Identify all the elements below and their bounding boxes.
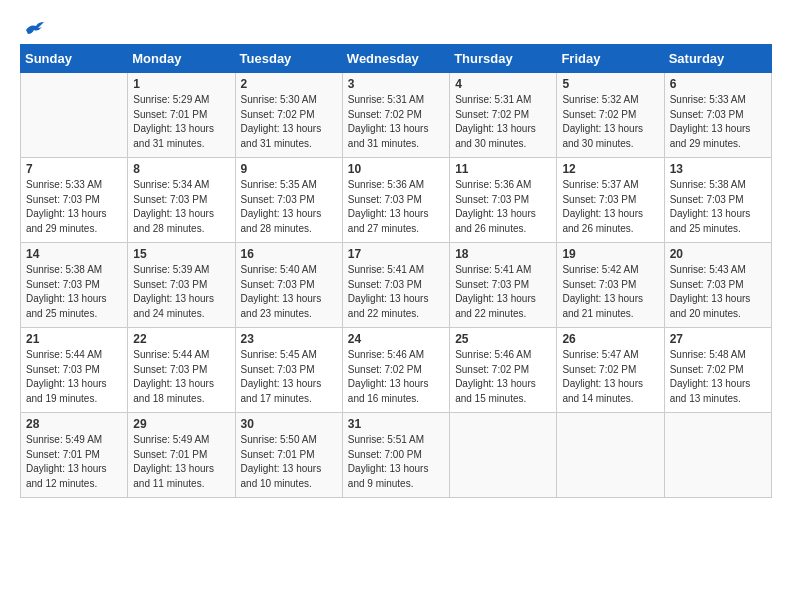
day-cell: 20Sunrise: 5:43 AMSunset: 7:03 PMDayligh… [664,243,771,328]
day-number: 8 [133,162,229,176]
day-info: Sunrise: 5:38 AMSunset: 7:03 PMDaylight:… [670,178,766,236]
day-cell: 8Sunrise: 5:34 AMSunset: 7:03 PMDaylight… [128,158,235,243]
day-cell [450,413,557,498]
day-number: 6 [670,77,766,91]
day-number: 1 [133,77,229,91]
day-cell: 5Sunrise: 5:32 AMSunset: 7:02 PMDaylight… [557,73,664,158]
day-number: 17 [348,247,444,261]
day-number: 31 [348,417,444,431]
day-number: 5 [562,77,658,91]
day-number: 22 [133,332,229,346]
day-info: Sunrise: 5:37 AMSunset: 7:03 PMDaylight:… [562,178,658,236]
day-info: Sunrise: 5:43 AMSunset: 7:03 PMDaylight:… [670,263,766,321]
day-cell: 22Sunrise: 5:44 AMSunset: 7:03 PMDayligh… [128,328,235,413]
day-info: Sunrise: 5:41 AMSunset: 7:03 PMDaylight:… [348,263,444,321]
day-info: Sunrise: 5:47 AMSunset: 7:02 PMDaylight:… [562,348,658,406]
day-info: Sunrise: 5:33 AMSunset: 7:03 PMDaylight:… [26,178,122,236]
day-info: Sunrise: 5:46 AMSunset: 7:02 PMDaylight:… [348,348,444,406]
day-cell: 7Sunrise: 5:33 AMSunset: 7:03 PMDaylight… [21,158,128,243]
day-info: Sunrise: 5:36 AMSunset: 7:03 PMDaylight:… [455,178,551,236]
day-number: 2 [241,77,337,91]
day-cell: 1Sunrise: 5:29 AMSunset: 7:01 PMDaylight… [128,73,235,158]
logo [20,20,46,34]
day-info: Sunrise: 5:48 AMSunset: 7:02 PMDaylight:… [670,348,766,406]
week-row-5: 28Sunrise: 5:49 AMSunset: 7:01 PMDayligh… [21,413,772,498]
day-cell: 2Sunrise: 5:30 AMSunset: 7:02 PMDaylight… [235,73,342,158]
day-cell: 21Sunrise: 5:44 AMSunset: 7:03 PMDayligh… [21,328,128,413]
day-cell: 24Sunrise: 5:46 AMSunset: 7:02 PMDayligh… [342,328,449,413]
day-info: Sunrise: 5:41 AMSunset: 7:03 PMDaylight:… [455,263,551,321]
day-number: 20 [670,247,766,261]
header-cell-saturday: Saturday [664,45,771,73]
header-cell-friday: Friday [557,45,664,73]
day-number: 23 [241,332,337,346]
day-info: Sunrise: 5:40 AMSunset: 7:03 PMDaylight:… [241,263,337,321]
day-number: 28 [26,417,122,431]
header-cell-thursday: Thursday [450,45,557,73]
day-info: Sunrise: 5:33 AMSunset: 7:03 PMDaylight:… [670,93,766,151]
day-number: 15 [133,247,229,261]
day-number: 4 [455,77,551,91]
header-cell-monday: Monday [128,45,235,73]
day-number: 19 [562,247,658,261]
day-cell: 31Sunrise: 5:51 AMSunset: 7:00 PMDayligh… [342,413,449,498]
day-info: Sunrise: 5:38 AMSunset: 7:03 PMDaylight:… [26,263,122,321]
week-row-1: 1Sunrise: 5:29 AMSunset: 7:01 PMDaylight… [21,73,772,158]
day-cell: 19Sunrise: 5:42 AMSunset: 7:03 PMDayligh… [557,243,664,328]
day-number: 7 [26,162,122,176]
day-number: 26 [562,332,658,346]
day-cell: 26Sunrise: 5:47 AMSunset: 7:02 PMDayligh… [557,328,664,413]
day-info: Sunrise: 5:31 AMSunset: 7:02 PMDaylight:… [455,93,551,151]
day-cell: 4Sunrise: 5:31 AMSunset: 7:02 PMDaylight… [450,73,557,158]
day-number: 21 [26,332,122,346]
day-number: 25 [455,332,551,346]
day-info: Sunrise: 5:30 AMSunset: 7:02 PMDaylight:… [241,93,337,151]
day-number: 29 [133,417,229,431]
day-info: Sunrise: 5:36 AMSunset: 7:03 PMDaylight:… [348,178,444,236]
day-cell: 23Sunrise: 5:45 AMSunset: 7:03 PMDayligh… [235,328,342,413]
day-cell: 6Sunrise: 5:33 AMSunset: 7:03 PMDaylight… [664,73,771,158]
day-info: Sunrise: 5:45 AMSunset: 7:03 PMDaylight:… [241,348,337,406]
header-cell-sunday: Sunday [21,45,128,73]
header-cell-wednesday: Wednesday [342,45,449,73]
week-row-4: 21Sunrise: 5:44 AMSunset: 7:03 PMDayligh… [21,328,772,413]
day-info: Sunrise: 5:31 AMSunset: 7:02 PMDaylight:… [348,93,444,151]
day-number: 27 [670,332,766,346]
logo-bird-icon [24,20,46,38]
day-info: Sunrise: 5:44 AMSunset: 7:03 PMDaylight:… [26,348,122,406]
day-info: Sunrise: 5:34 AMSunset: 7:03 PMDaylight:… [133,178,229,236]
day-cell: 16Sunrise: 5:40 AMSunset: 7:03 PMDayligh… [235,243,342,328]
day-cell: 25Sunrise: 5:46 AMSunset: 7:02 PMDayligh… [450,328,557,413]
day-cell: 11Sunrise: 5:36 AMSunset: 7:03 PMDayligh… [450,158,557,243]
calendar-table: SundayMondayTuesdayWednesdayThursdayFrid… [20,44,772,498]
week-row-3: 14Sunrise: 5:38 AMSunset: 7:03 PMDayligh… [21,243,772,328]
day-cell: 17Sunrise: 5:41 AMSunset: 7:03 PMDayligh… [342,243,449,328]
day-cell: 14Sunrise: 5:38 AMSunset: 7:03 PMDayligh… [21,243,128,328]
day-cell: 3Sunrise: 5:31 AMSunset: 7:02 PMDaylight… [342,73,449,158]
day-cell [21,73,128,158]
day-cell [557,413,664,498]
day-info: Sunrise: 5:50 AMSunset: 7:01 PMDaylight:… [241,433,337,491]
day-number: 12 [562,162,658,176]
day-number: 10 [348,162,444,176]
day-info: Sunrise: 5:44 AMSunset: 7:03 PMDaylight:… [133,348,229,406]
header-cell-tuesday: Tuesday [235,45,342,73]
day-number: 14 [26,247,122,261]
header-row: SundayMondayTuesdayWednesdayThursdayFrid… [21,45,772,73]
day-cell: 18Sunrise: 5:41 AMSunset: 7:03 PMDayligh… [450,243,557,328]
day-number: 24 [348,332,444,346]
day-cell: 9Sunrise: 5:35 AMSunset: 7:03 PMDaylight… [235,158,342,243]
day-info: Sunrise: 5:51 AMSunset: 7:00 PMDaylight:… [348,433,444,491]
day-cell: 13Sunrise: 5:38 AMSunset: 7:03 PMDayligh… [664,158,771,243]
day-info: Sunrise: 5:29 AMSunset: 7:01 PMDaylight:… [133,93,229,151]
day-info: Sunrise: 5:49 AMSunset: 7:01 PMDaylight:… [133,433,229,491]
day-cell [664,413,771,498]
day-cell: 28Sunrise: 5:49 AMSunset: 7:01 PMDayligh… [21,413,128,498]
day-info: Sunrise: 5:35 AMSunset: 7:03 PMDaylight:… [241,178,337,236]
day-cell: 10Sunrise: 5:36 AMSunset: 7:03 PMDayligh… [342,158,449,243]
day-number: 30 [241,417,337,431]
day-number: 3 [348,77,444,91]
day-cell: 12Sunrise: 5:37 AMSunset: 7:03 PMDayligh… [557,158,664,243]
day-number: 9 [241,162,337,176]
day-cell: 30Sunrise: 5:50 AMSunset: 7:01 PMDayligh… [235,413,342,498]
